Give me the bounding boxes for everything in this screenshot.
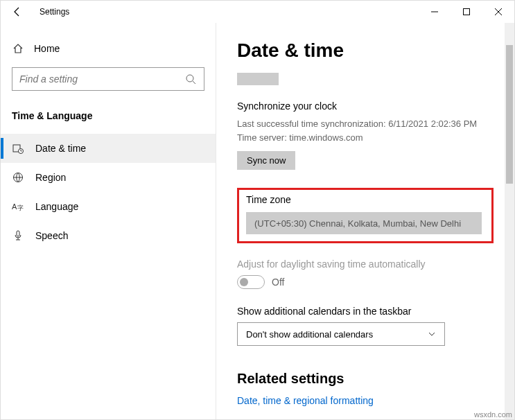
calendars-value: Don't show additional calendars bbox=[246, 329, 373, 340]
chevron-down-icon bbox=[428, 330, 436, 338]
sync-now-button[interactable]: Sync now bbox=[237, 151, 295, 170]
sidebar-item-region[interactable]: Region bbox=[1, 163, 216, 192]
scroll-thumb[interactable] bbox=[506, 45, 513, 184]
dst-state: Off bbox=[272, 277, 284, 288]
sync-status: Last successful time synchronization: 6/… bbox=[237, 117, 494, 144]
sidebar-item-speech[interactable]: Speech bbox=[1, 221, 216, 250]
truncated-button[interactable] bbox=[237, 73, 279, 85]
back-button[interactable] bbox=[1, 1, 34, 23]
sync-server-text: Time server: time.windows.com bbox=[237, 132, 363, 143]
svg-text:A: A bbox=[12, 202, 17, 211]
maximize-button[interactable] bbox=[451, 1, 482, 23]
dst-toggle[interactable] bbox=[237, 275, 265, 289]
sidebar-home-label: Home bbox=[34, 43, 60, 54]
sync-heading: Synchronize your clock bbox=[237, 100, 494, 112]
svg-text:字: 字 bbox=[17, 204, 24, 211]
page-title: Date & time bbox=[237, 40, 494, 62]
scrollbar[interactable] bbox=[505, 23, 514, 419]
timezone-dropdown[interactable]: (UTC+05:30) Chennai, Kolkata, Mumbai, Ne… bbox=[246, 212, 482, 234]
related-heading: Related settings bbox=[237, 371, 494, 387]
toggle-knob bbox=[240, 278, 248, 286]
arrow-left-icon bbox=[12, 6, 23, 17]
minimize-button[interactable] bbox=[419, 1, 451, 23]
sidebar-category: Time & Language bbox=[1, 103, 216, 134]
sidebar-item-label: Language bbox=[35, 201, 78, 212]
close-button[interactable] bbox=[482, 1, 514, 23]
microphone-icon bbox=[12, 229, 24, 242]
svg-rect-9 bbox=[17, 231, 19, 236]
calendars-dropdown[interactable]: Don't show additional calendars bbox=[237, 322, 445, 346]
search-box[interactable] bbox=[12, 67, 204, 91]
calendar-clock-icon bbox=[12, 142, 24, 155]
sidebar-item-label: Region bbox=[35, 172, 66, 183]
related-link[interactable]: Date, time & regional formatting bbox=[237, 395, 494, 406]
minimize-icon bbox=[431, 8, 438, 15]
calendars-label: Show additional calendars in the taskbar bbox=[237, 306, 494, 317]
timezone-label: Time zone bbox=[246, 194, 485, 205]
sidebar: Home Time & Language Date & time Region … bbox=[1, 23, 216, 419]
main-content: Date & time Synchronize your clock Last … bbox=[216, 23, 514, 419]
titlebar: Settings bbox=[1, 1, 514, 23]
timezone-value: (UTC+05:30) Chennai, Kolkata, Mumbai, Ne… bbox=[254, 218, 461, 229]
search-icon bbox=[184, 73, 197, 85]
watermark: wsxdn.com bbox=[474, 410, 512, 419]
dst-label: Adjust for daylight saving time automati… bbox=[237, 259, 494, 270]
sync-last-text: Last successful time synchronization: 6/… bbox=[237, 119, 477, 129]
window-title: Settings bbox=[40, 7, 69, 17]
svg-point-2 bbox=[186, 75, 193, 82]
svg-line-3 bbox=[193, 81, 195, 84]
timezone-highlight: Time zone (UTC+05:30) Chennai, Kolkata, … bbox=[237, 188, 494, 243]
globe-icon bbox=[12, 171, 24, 184]
sidebar-home[interactable]: Home bbox=[1, 37, 216, 60]
maximize-icon bbox=[463, 8, 470, 15]
home-icon bbox=[12, 42, 24, 55]
sidebar-item-language[interactable]: A字 Language bbox=[1, 192, 216, 221]
sidebar-item-date-time[interactable]: Date & time bbox=[1, 134, 216, 163]
search-input[interactable] bbox=[19, 73, 184, 85]
svg-rect-1 bbox=[464, 9, 470, 15]
close-icon bbox=[495, 8, 502, 15]
sidebar-item-label: Speech bbox=[35, 230, 68, 241]
sidebar-item-label: Date & time bbox=[35, 143, 86, 154]
language-icon: A字 bbox=[12, 200, 24, 213]
